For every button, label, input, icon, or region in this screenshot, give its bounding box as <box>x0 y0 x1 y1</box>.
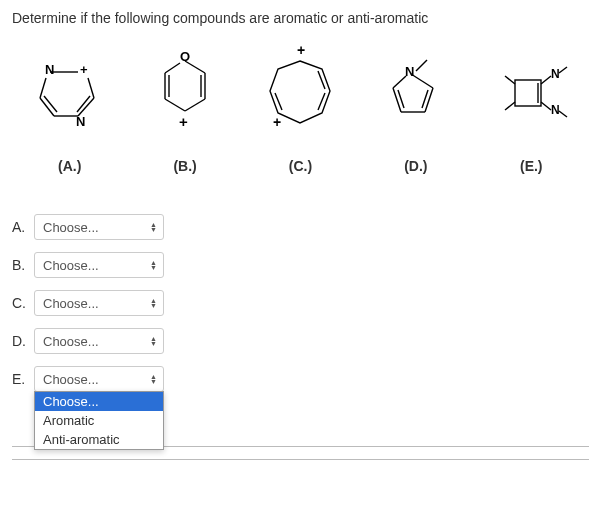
svg-text:N: N <box>551 103 560 117</box>
svg-text:+: + <box>179 113 188 130</box>
answers-block: A. Choose... ▲▼ B. Choose... ▲▼ C. Choos… <box>12 214 589 392</box>
answer-row-e: E. Choose... ▲▼ Choose... Aromatic Anti-… <box>12 366 589 392</box>
svg-line-13 <box>559 111 567 117</box>
structure-b: O + <box>140 44 230 144</box>
svg-text:N: N <box>551 67 560 81</box>
svg-text:N: N <box>405 64 414 79</box>
select-b-value: Choose... <box>43 258 99 273</box>
answer-row-a: A. Choose... ▲▼ <box>12 214 589 240</box>
row-label-d: D. <box>12 333 34 349</box>
caret-icon: ▲▼ <box>150 222 157 232</box>
select-c-value: Choose... <box>43 296 99 311</box>
answer-row-d: D. Choose... ▲▼ <box>12 328 589 354</box>
structure-c: + + <box>255 44 345 144</box>
svg-text:+: + <box>297 42 305 58</box>
caret-icon: ▲▼ <box>150 298 157 308</box>
compound-a-label: (A.) <box>58 158 81 174</box>
answer-row-c: C. Choose... ▲▼ <box>12 290 589 316</box>
svg-rect-9 <box>515 80 541 106</box>
compound-b: O + (B.) <box>140 44 230 174</box>
compound-row: N + N (A.) O <box>12 44 589 174</box>
select-e-value: Choose... <box>43 372 99 387</box>
select-e[interactable]: Choose... ▲▼ <box>34 366 164 392</box>
compound-c-label: (C.) <box>289 158 312 174</box>
svg-line-12 <box>559 67 567 73</box>
svg-text:N: N <box>76 114 85 129</box>
svg-text:O: O <box>180 49 190 64</box>
answer-row-b: B. Choose... ▲▼ <box>12 252 589 278</box>
select-d[interactable]: Choose... ▲▼ <box>34 328 164 354</box>
select-a-value: Choose... <box>43 220 99 235</box>
compound-d: N (D.) <box>371 44 461 174</box>
row-label-a: A. <box>12 219 34 235</box>
compound-c: + + (C.) <box>255 44 345 174</box>
caret-icon: ▲▼ <box>150 336 157 346</box>
structure-e: N N <box>486 44 576 144</box>
row-label-e: E. <box>12 371 34 387</box>
row-label-b: B. <box>12 257 34 273</box>
caret-icon: ▲▼ <box>150 260 157 270</box>
select-e-dropdown: Choose... Aromatic Anti-aromatic <box>34 391 164 450</box>
select-a[interactable]: Choose... ▲▼ <box>34 214 164 240</box>
option-anti-aromatic[interactable]: Anti-aromatic <box>35 430 163 449</box>
compound-e: N N (E.) <box>486 44 576 174</box>
select-d-value: Choose... <box>43 334 99 349</box>
caret-icon: ▲▼ <box>150 374 157 384</box>
svg-text:+: + <box>80 62 88 77</box>
structure-d: N <box>371 44 461 144</box>
option-aromatic[interactable]: Aromatic <box>35 411 163 430</box>
svg-text:+: + <box>273 114 281 130</box>
svg-text:N: N <box>45 62 54 77</box>
compound-e-label: (E.) <box>520 158 543 174</box>
question-prompt: Determine if the following compounds are… <box>12 10 589 26</box>
compound-a: N + N (A.) <box>25 44 115 174</box>
row-label-c: C. <box>12 295 34 311</box>
compound-b-label: (B.) <box>173 158 196 174</box>
divider-line <box>12 459 589 460</box>
option-choose[interactable]: Choose... <box>35 392 163 411</box>
structure-a: N + N <box>25 44 115 144</box>
select-b[interactable]: Choose... ▲▼ <box>34 252 164 278</box>
select-c[interactable]: Choose... ▲▼ <box>34 290 164 316</box>
compound-d-label: (D.) <box>404 158 427 174</box>
